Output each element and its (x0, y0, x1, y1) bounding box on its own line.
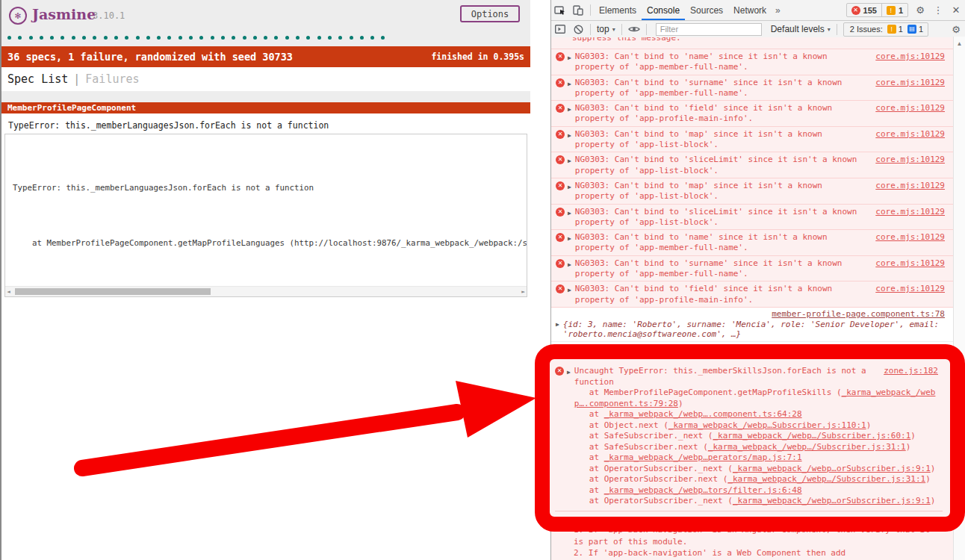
spec-dot[interactable] (243, 36, 246, 40)
spec-dot[interactable] (264, 36, 267, 40)
source-link[interactable]: member-profile-page.component.ts:78 (772, 309, 945, 319)
error-icon: ✕ (556, 130, 565, 139)
source-link[interactable]: core.mjs:10129 (875, 207, 945, 217)
console-sidebar-icon[interactable] (553, 22, 568, 37)
expand-triangle-icon[interactable]: ▶ (568, 285, 571, 296)
spec-dot[interactable] (50, 36, 54, 40)
expand-triangle-icon[interactable]: ▶ (568, 53, 571, 63)
error-icon: ✕ (556, 52, 565, 61)
kebab-menu-icon[interactable]: ⋮ (931, 3, 946, 18)
spec-dot[interactable] (72, 36, 75, 40)
console-settings-gear-icon[interactable]: ⚙ (949, 22, 964, 37)
spec-dot[interactable] (350, 36, 353, 40)
spec-dot[interactable] (125, 36, 128, 40)
source-link[interactable]: core.mjs:10129 (875, 155, 945, 165)
issues-counter[interactable]: 2 Issues: ! 1 ▤ 1 (843, 22, 928, 37)
expand-triangle-icon[interactable]: ▶ (568, 79, 571, 90)
scroll-up-icon[interactable]: ▲ (954, 37, 965, 47)
spec-dot[interactable] (40, 36, 43, 40)
source-link[interactable]: core.mjs:10129 (875, 232, 945, 243)
options-button[interactable]: Options (460, 5, 520, 22)
tab-console[interactable]: Console (642, 1, 685, 20)
source-link[interactable]: core.mjs:10129 (875, 52, 945, 62)
spec-dot[interactable] (232, 36, 235, 40)
tab-network[interactable]: Network (728, 1, 772, 20)
spec-dot[interactable] (136, 36, 140, 40)
spec-dot[interactable] (179, 36, 182, 40)
spec-dot[interactable] (306, 36, 310, 40)
spec-dot[interactable] (146, 36, 150, 40)
spec-dot[interactable] (285, 36, 289, 40)
spec-dot[interactable] (7, 36, 11, 40)
spec-dot[interactable] (60, 36, 64, 40)
source-link[interactable]: zone.js:182 (884, 366, 938, 377)
spec-dot[interactable] (18, 36, 22, 40)
expand-triangle-icon[interactable]: ▶ (568, 131, 571, 141)
close-icon[interactable]: ✕ (949, 3, 964, 18)
stack-link[interactable]: _karma_webpack_/webp…/Subscriber.js:60:1 (713, 431, 910, 441)
spec-dot[interactable] (93, 36, 96, 40)
source-link[interactable]: core.mjs:10129 (875, 284, 945, 294)
tab-sources[interactable]: Sources (685, 1, 728, 20)
tab-spec-list[interactable]: Spec List (7, 72, 68, 86)
stack-link[interactable]: _karma_webpack_/webp…Subscriber.js:110:1 (668, 420, 866, 430)
tab-elements[interactable]: Elements (594, 1, 642, 20)
expand-triangle-icon[interactable]: ▶ (568, 182, 571, 193)
spec-dot[interactable] (114, 36, 118, 40)
spec-dot[interactable] (253, 36, 257, 40)
spec-dot[interactable] (317, 36, 321, 40)
spec-dot[interactable] (82, 36, 86, 40)
settings-gear-icon[interactable]: ⚙ (913, 3, 928, 18)
log-levels-selector[interactable]: Default levels▾ (771, 24, 831, 34)
device-toolbar-icon[interactable] (571, 3, 586, 18)
spec-dot[interactable] (221, 36, 225, 40)
live-expression-eye-icon[interactable] (627, 22, 642, 37)
inspect-icon[interactable] (553, 3, 568, 18)
spec-dot[interactable] (104, 36, 108, 40)
spec-dot[interactable] (338, 36, 342, 40)
expand-triangle-icon[interactable]: ▶ (568, 105, 571, 115)
spec-dot[interactable] (29, 36, 33, 40)
expand-triangle-icon[interactable]: ▶ (568, 208, 571, 219)
stack-link[interactable]: _karma_webpack_/webp…/Subscriber.js:31:1 (727, 474, 925, 484)
source-link[interactable]: core.mjs:10129 (875, 181, 945, 191)
stack-link[interactable]: _karma_webpack_/webp…perators/map.js:7:1 (604, 452, 802, 462)
stack-link[interactable]: _karma_webpack_/webp…/Subscriber.js:31:1 (708, 442, 906, 452)
stack-link[interactable]: _karma_webpack_/webp….component.ts:64:28 (604, 409, 802, 419)
spec-dot[interactable] (296, 36, 300, 40)
spec-dot[interactable] (360, 36, 364, 40)
stack-link[interactable]: _karma_webpack_/webp…orSubscriber.js:9:1 (733, 464, 931, 473)
source-link[interactable]: core.mjs:10129 (875, 258, 945, 269)
expand-triangle-icon[interactable]: ▶ (568, 260, 571, 270)
source-link[interactable]: core.mjs:10129 (875, 78, 945, 88)
expand-triangle-icon[interactable]: ▶ (568, 234, 571, 244)
scroll-right-icon[interactable]: ► (521, 287, 525, 296)
tab-failures[interactable]: Failures (85, 72, 139, 86)
suite-bar[interactable]: MemberProfilePageComponent (1, 102, 530, 113)
source-link[interactable]: core.mjs:10129 (875, 103, 945, 113)
stack-link[interactable]: _karma_webpack_/webp…orSubscriber.js:9:1 (733, 496, 931, 505)
context-selector[interactable]: top▾ (597, 24, 615, 34)
spec-dot[interactable] (199, 36, 203, 40)
more-tabs-icon[interactable]: » (775, 5, 781, 16)
scrollbar-thumb[interactable] (15, 288, 211, 295)
spec-dot[interactable] (274, 36, 278, 40)
stack-link[interactable]: _karma_webpack_/webp…tors/filter.js:6:48 (604, 485, 802, 495)
error-count-badge[interactable]: ✕155 (847, 4, 881, 16)
scroll-left-icon[interactable]: ◄ (7, 287, 10, 296)
spec-dot[interactable] (370, 36, 374, 40)
expand-triangle-icon[interactable]: ▶ (568, 156, 571, 167)
spec-dot[interactable] (381, 36, 385, 40)
horizontal-scrollbar[interactable]: ◄ ► (5, 286, 527, 296)
spec-dot[interactable] (328, 36, 332, 40)
filter-input[interactable] (656, 23, 762, 36)
source-link[interactable]: core.mjs:10129 (875, 129, 945, 140)
spec-dot[interactable] (157, 36, 161, 40)
clear-console-icon[interactable] (571, 22, 586, 37)
spec-dot[interactable] (211, 36, 214, 40)
spec-dot[interactable] (189, 36, 193, 40)
expand-triangle-icon[interactable]: ▶ (567, 367, 571, 379)
expand-triangle-icon[interactable]: ▶ (556, 321, 559, 328)
spec-dot[interactable] (167, 36, 171, 40)
warning-count-badge[interactable]: !1 (881, 4, 907, 16)
